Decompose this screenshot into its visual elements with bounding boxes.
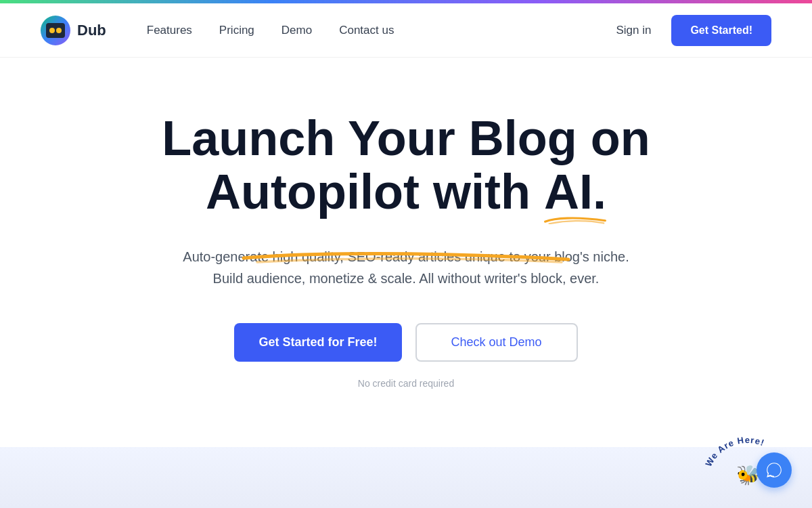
navbar: Dub Features Pricing Demo Contact us Sig… xyxy=(0,3,812,58)
get-started-free-button[interactable]: Get Started for Free! xyxy=(234,323,401,362)
logo-text: Dub xyxy=(77,22,106,39)
logo-icon xyxy=(41,16,70,45)
chat-widget: We Are Here! 🐝 xyxy=(704,433,792,488)
title-underline-wide xyxy=(237,249,575,265)
nav-pricing[interactable]: Pricing xyxy=(219,24,254,37)
bottom-gradient-area xyxy=(0,447,812,508)
no-credit-text: No credit card required xyxy=(358,378,454,389)
robot-eye-right xyxy=(56,28,62,33)
nav-right: Sign in Get Started! xyxy=(616,15,771,46)
get-started-nav-button[interactable]: Get Started! xyxy=(671,15,771,46)
sign-in-link[interactable]: Sign in xyxy=(616,24,651,37)
hero-title: Launch Your Blog on Autopilot with AI. xyxy=(68,112,744,219)
nav-links: Features Pricing Demo Contact us xyxy=(147,24,616,37)
hero-title-highlight: AI. xyxy=(544,165,606,219)
chat-bubble-button[interactable] xyxy=(757,452,792,488)
robot-face xyxy=(46,23,65,38)
robot-eye-left xyxy=(49,28,55,33)
hero-section: Launch Your Blog on Autopilot with AI. A… xyxy=(0,58,812,429)
svg-text:We Are Here!: We Are Here! xyxy=(704,435,766,468)
logo-area[interactable]: Dub xyxy=(41,16,106,45)
nav-demo[interactable]: Demo xyxy=(281,24,312,37)
underline-decoration-svg xyxy=(544,215,606,225)
nav-contact[interactable]: Contact us xyxy=(339,24,394,37)
check-out-demo-button[interactable]: Check out Demo xyxy=(415,323,578,362)
hero-buttons: Get Started for Free! Check out Demo xyxy=(234,323,577,362)
chat-icon xyxy=(765,461,783,479)
nav-features[interactable]: Features xyxy=(147,24,192,37)
chat-row: 🐝 xyxy=(736,464,760,488)
